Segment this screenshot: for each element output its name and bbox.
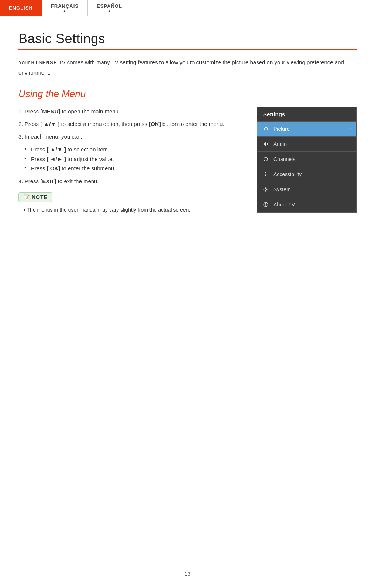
step1-rest: to open the main menu.: [60, 108, 120, 114]
note-section: 📝 NOTE • The menus in the user manual ma…: [18, 190, 246, 214]
step2-rest: button to enter the menu.: [161, 121, 224, 127]
step1-num: 1. Press: [18, 108, 40, 114]
about-label: About TV: [273, 202, 352, 208]
system-label: System: [273, 187, 352, 192]
settings-item-system[interactable]: System: [257, 182, 356, 197]
main-content: Basic Settings Your HISENSE TV comes wit…: [0, 16, 375, 236]
step4-rest: to exit the menu.: [56, 178, 99, 184]
francais-triangle: ▲: [63, 10, 66, 13]
page-title: Basic Settings: [18, 31, 357, 47]
step4-text: 4. Press: [18, 178, 40, 184]
step-2: 2. Press [ ▲/▼ ] to select a menu option…: [18, 120, 246, 129]
note-icon: 📝: [23, 194, 30, 200]
settings-item-picture[interactable]: ⚙ Picture ›: [257, 122, 356, 137]
settings-item-accessibility[interactable]: Accessibility: [257, 167, 356, 182]
accessibility-icon: [262, 170, 270, 178]
step-1: 1. Press [MENU] to open the main menu.: [18, 107, 246, 116]
list-item: Press [ OK] to enter the submenu,: [24, 164, 246, 173]
list-item: Press [ ▲/▼ ] to select an item,: [24, 145, 246, 154]
settings-panel: Settings ⚙ Picture › Audio: [257, 107, 357, 213]
intro-part2: TV comes with many TV setting features t…: [18, 59, 344, 76]
lang-espanol-label: ESPAÑOL: [97, 3, 122, 9]
step1-bold: [MENU]: [40, 108, 60, 114]
title-underline: [18, 49, 357, 50]
bullet-list: Press [ ▲/▼ ] to select an item, Press […: [24, 145, 246, 173]
note-content: The menus in the user manual may vary sl…: [27, 207, 190, 213]
note-box: 📝 NOTE: [18, 192, 52, 202]
lang-espanol[interactable]: ESPAÑOL ▲: [88, 0, 131, 16]
note-label: NOTE: [32, 194, 48, 200]
settings-header: Settings: [257, 107, 356, 122]
step-4: 4. Press [EXIT] to exit the menu.: [18, 177, 246, 186]
picture-icon: ⚙: [262, 125, 270, 133]
about-icon: [262, 201, 270, 209]
settings-item-channels[interactable]: Channels: [257, 152, 356, 167]
picture-arrow: ›: [350, 126, 352, 131]
audio-icon: [262, 140, 270, 148]
step2-bold: [ ▲/▼ ]: [40, 121, 59, 127]
language-bar: ENGLISH FRANÇAIS ▲ ESPAÑOL ▲: [0, 0, 375, 16]
audio-label: Audio: [273, 141, 352, 147]
step-3: 3. In each menu, you can:: [18, 132, 246, 141]
step2-num: 2. Press: [18, 121, 40, 127]
settings-item-audio[interactable]: Audio: [257, 137, 356, 152]
svg-point-3: [265, 189, 267, 191]
svg-point-2: [265, 172, 266, 173]
step2-bold2: [OK]: [149, 121, 161, 127]
brand-name: HISENSE: [31, 60, 57, 66]
note-text: • The menus in the user manual may vary …: [24, 206, 246, 214]
intro-paragraph: Your HISENSE TV comes with many TV setti…: [18, 58, 357, 77]
step2-mid: to select a menu option, then press: [59, 121, 149, 127]
system-icon: [262, 185, 270, 194]
intro-part1: Your: [18, 59, 31, 65]
settings-item-about[interactable]: About TV: [257, 197, 356, 212]
page-number: 13: [185, 571, 190, 577]
channels-icon: [262, 155, 270, 163]
lang-english[interactable]: ENGLISH: [0, 0, 42, 16]
bullet3-bold: [ OK]: [47, 165, 61, 171]
section-heading: Using the Menu: [18, 88, 357, 100]
content-layout: 1. Press [MENU] to open the main menu. 2…: [18, 107, 357, 214]
bullet2-bold: [ ◄/► ]: [47, 156, 66, 162]
espanol-triangle: ▲: [108, 10, 111, 13]
lang-francais[interactable]: FRANÇAIS ▲: [42, 0, 88, 16]
channels-label: Channels: [273, 156, 352, 162]
list-item: Press [ ◄/► ] to adjust the value,: [24, 154, 246, 164]
bullet1-bold: [ ▲/▼ ]: [47, 146, 66, 153]
accessibility-label: Accessibility: [273, 171, 352, 177]
step4-bold: [EXIT]: [40, 178, 56, 184]
svg-point-6: [265, 203, 266, 204]
lang-francais-label: FRANÇAIS: [51, 3, 79, 9]
picture-label: Picture: [273, 126, 350, 132]
step3-text: 3. In each menu, you can:: [18, 133, 82, 140]
lang-english-label: ENGLISH: [9, 5, 33, 11]
note-bullet: •: [24, 207, 27, 213]
instructions: 1. Press [MENU] to open the main menu. 2…: [18, 107, 246, 214]
